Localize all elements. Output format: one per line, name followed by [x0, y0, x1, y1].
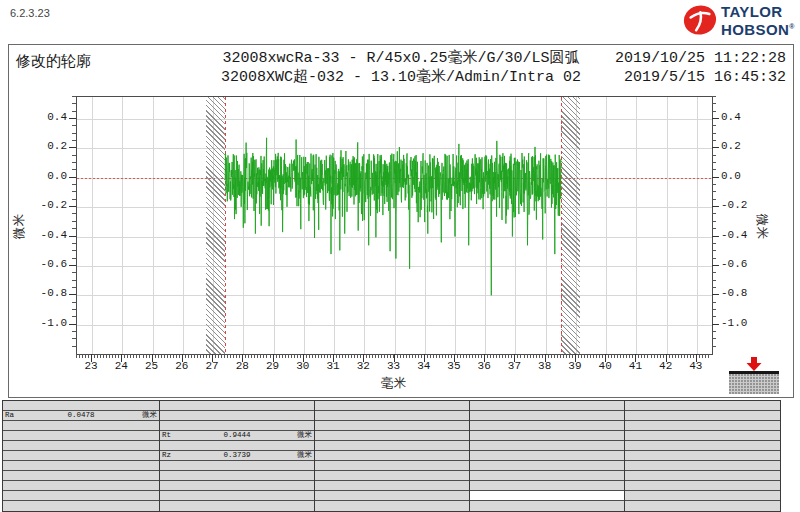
logo-wordmark: TAYLOR HOBSON® [721, 4, 795, 37]
table-row [625, 421, 780, 431]
profile-report-panel: 修改的轮廓 32008xwcRa-33 - R/45x0.25毫米/G/30/L… [8, 44, 794, 398]
table-row [3, 451, 159, 461]
table-row [315, 471, 469, 481]
table-row [315, 491, 469, 501]
results-table-section [315, 401, 470, 511]
profile-plot-area [76, 96, 713, 355]
table-row [3, 481, 159, 491]
x-tick-label: 35 [438, 360, 470, 372]
table-row [160, 441, 314, 451]
table-row [625, 471, 780, 481]
table-row [315, 441, 469, 451]
table-row [160, 491, 314, 501]
y-tick-label: -1.0 [721, 317, 765, 329]
results-table-section [470, 401, 625, 511]
x-tick-label: 37 [498, 360, 530, 372]
table-row [3, 491, 159, 501]
x-axis-unit-label: 毫米 [76, 375, 711, 392]
y-tick-label: -0.8 [23, 287, 67, 299]
registered-mark: ® [789, 23, 795, 30]
y-tick-label: 0.0 [721, 170, 765, 182]
table-row [3, 461, 159, 471]
table-row [625, 401, 780, 411]
x-tick-label: 43 [680, 360, 712, 372]
y-axis-major-tick [712, 147, 719, 148]
x-tick-label: 25 [136, 360, 168, 372]
table-row [625, 441, 780, 451]
result-param-rz: Rz [162, 451, 195, 460]
x-tick-label: 38 [529, 360, 561, 372]
table-row [315, 451, 469, 461]
y-axis-major-tick [712, 118, 719, 119]
y-axis-minor-ticks-left [72, 96, 76, 353]
table-row [315, 401, 469, 411]
table-row [160, 461, 314, 471]
table-row [470, 481, 624, 491]
table-row [470, 401, 624, 411]
stylus-direction-indicator [729, 371, 779, 394]
result-value-ra: 0.0478 [38, 411, 123, 420]
table-row [315, 431, 469, 441]
table-row [625, 431, 780, 441]
table-row [625, 451, 780, 461]
app-version-text: 6.2.3.23 [10, 7, 50, 19]
result-unit-rt: 微米 [279, 431, 312, 440]
y-axis-major-tick [712, 324, 719, 325]
x-tick-label: 27 [196, 360, 228, 372]
result-value-rt: 0.9444 [195, 431, 279, 440]
table-row [315, 411, 469, 421]
table-row [625, 461, 780, 471]
y-axis-major-tick [69, 206, 76, 207]
y-axis-major-tick [69, 177, 76, 178]
x-tick-label: 26 [166, 360, 198, 372]
x-tick-label: 29 [257, 360, 289, 372]
logo-mark-icon [682, 3, 718, 37]
results-table-section: Rt0.9444微米Rz0.3739微米 [160, 401, 315, 511]
y-tick-label: -1.0 [23, 317, 67, 329]
profile-trace-path [225, 138, 561, 295]
y-axis-major-tick [712, 206, 719, 207]
table-row [625, 411, 780, 421]
table-row [160, 401, 314, 411]
y-axis-major-tick [712, 265, 719, 266]
result-param-rt: Rt [162, 431, 195, 440]
y-axis-unit-label-left: 微米 [11, 207, 28, 247]
table-row [3, 471, 159, 481]
y-axis-major-tick [69, 324, 76, 325]
result-unit-rz: 微米 [279, 451, 312, 460]
x-tick-label: 24 [105, 360, 137, 372]
y-axis-minor-ticks-right [712, 96, 716, 353]
table-row [160, 421, 314, 431]
table-row [3, 441, 159, 451]
table-row [470, 431, 624, 441]
y-axis-unit-label-right: 微米 [753, 207, 770, 247]
result-row-rt: Rt0.9444微米 [160, 431, 314, 441]
y-tick-label: -0.2 [23, 199, 67, 211]
y-axis-major-tick [712, 294, 719, 295]
y-tick-label: 0.4 [721, 111, 765, 123]
x-tick-label: 33 [378, 360, 410, 372]
y-tick-label: -0.2 [721, 199, 765, 211]
y-tick-label: -0.6 [721, 258, 765, 270]
y-axis-major-tick [69, 265, 76, 266]
y-tick-label: -0.4 [721, 229, 765, 241]
y-axis-major-tick [712, 236, 719, 237]
result-value-rz: 0.3739 [195, 451, 279, 460]
table-row [160, 501, 314, 511]
x-tick-label: 31 [317, 360, 349, 372]
table-row [470, 411, 624, 421]
results-table: Ra0.0478微米Rt0.9444微米Rz0.3739微米 [2, 400, 781, 512]
y-axis-major-tick [69, 147, 76, 148]
measurement-timestamps: 2019/10/25 11:22:28 2019/5/15 16:45:32 [615, 49, 786, 87]
table-row [625, 501, 780, 511]
result-row-ra: Ra0.0478微米 [3, 411, 159, 421]
x-tick-label: 41 [619, 360, 651, 372]
timestamp-line2: 2019/5/15 16:45:32 [615, 68, 786, 87]
y-axis-major-tick [712, 177, 719, 178]
taylor-hobson-logo: TAYLOR HOBSON® [682, 2, 798, 40]
x-tick-label: 36 [468, 360, 500, 372]
app-window: 6.2.3.23 TAYLOR HOBSON® 修改的轮廓 32008xwcRa… [0, 0, 800, 512]
table-row [315, 481, 469, 491]
y-axis-major-tick [69, 118, 76, 119]
x-tick-label: 23 [75, 360, 107, 372]
